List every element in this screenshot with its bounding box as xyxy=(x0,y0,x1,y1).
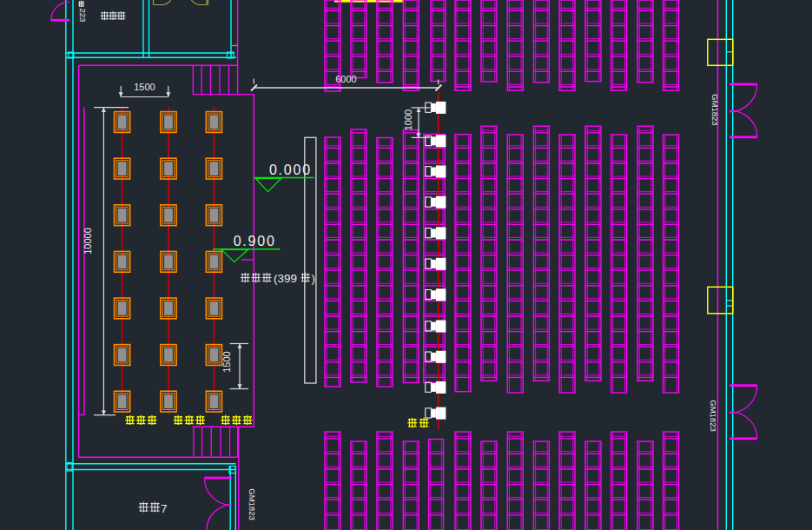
svg-text:(399: (399 xyxy=(274,272,297,285)
svg-text:1500: 1500 xyxy=(221,351,232,372)
svg-text:10000: 10000 xyxy=(83,228,93,255)
svg-text:1000: 1000 xyxy=(403,109,413,130)
svg-text:GM1823: GM1823 xyxy=(248,488,257,520)
svg-text:1500: 1500 xyxy=(134,82,155,92)
svg-text:): ) xyxy=(312,272,316,285)
svg-text:GM1823: GM1823 xyxy=(710,94,720,125)
svg-text:0.900: 0.900 xyxy=(234,234,276,248)
svg-text:6000: 6000 xyxy=(335,74,356,84)
svg-text:223: 223 xyxy=(78,9,88,23)
svg-text:0.000: 0.000 xyxy=(269,162,312,177)
svg-text:7: 7 xyxy=(161,502,168,515)
svg-text:GM1823: GM1823 xyxy=(709,400,718,431)
